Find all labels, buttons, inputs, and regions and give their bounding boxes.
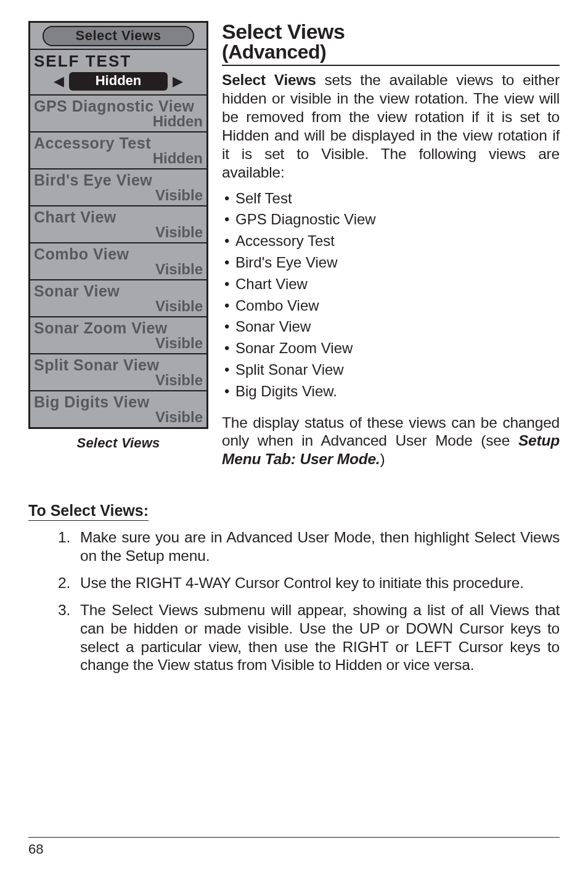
lcd-panel: Select Views SELF TEST ◀ Hidden ▶ GPS Di… xyxy=(28,21,208,429)
note-pre: The display status of these views can be… xyxy=(222,414,560,449)
list-item: Bird's Eye View xyxy=(222,252,560,274)
lcd-row[interactable]: Combo View Visible xyxy=(30,242,206,279)
lcd-row[interactable]: Accessory Test Hidden xyxy=(30,131,206,168)
list-item: Chart View xyxy=(222,274,560,295)
procedure-steps: Make sure you are in Advanced User Mode,… xyxy=(28,528,560,674)
page-footer: 68 xyxy=(28,837,560,857)
procedure-section: To Select Views: Make sure you are in Ad… xyxy=(28,502,560,674)
lcd-row[interactable]: Sonar View Visible xyxy=(30,279,206,316)
lcd-row[interactable]: GPS Diagnostic View Hidden xyxy=(30,94,206,131)
lcd-row-value: Visible xyxy=(34,187,203,204)
lcd-column: Select Views SELF TEST ◀ Hidden ▶ GPS Di… xyxy=(28,21,208,468)
lcd-row-value: Visible xyxy=(34,409,203,426)
arrow-right-icon[interactable]: ▶ xyxy=(173,75,183,88)
lcd-row[interactable]: Split Sonar View Visible xyxy=(30,353,206,390)
lcd-selected-value[interactable]: Hidden xyxy=(69,72,168,91)
lcd-selected-label: SELF TEST xyxy=(34,52,203,71)
heading-rule xyxy=(222,65,560,66)
procedure-heading: To Select Views: xyxy=(28,502,149,521)
section-heading: Select Views (Advanced) xyxy=(222,21,560,62)
arrow-left-icon[interactable]: ◀ xyxy=(54,75,64,88)
lcd-row-selected[interactable]: SELF TEST ◀ Hidden ▶ xyxy=(30,49,206,94)
lcd-row-value: Visible xyxy=(34,224,203,241)
lcd-row-value: Hidden xyxy=(34,150,203,167)
step-item: Make sure you are in Advanced User Mode,… xyxy=(58,528,560,565)
text-column: Select Views (Advanced) Select Views set… xyxy=(222,21,560,468)
step-item: Use the RIGHT 4-WAY Cursor Control key t… xyxy=(58,574,560,592)
intro-paragraph: Select Views sets the available views to… xyxy=(222,71,560,181)
lcd-caption: Select Views xyxy=(28,435,208,451)
lcd-row[interactable]: Chart View Visible xyxy=(30,205,206,242)
lcd-row[interactable]: Big Digits View Visible xyxy=(30,390,206,427)
note-paragraph: The display status of these views can be… xyxy=(222,414,560,469)
lcd-row-value: Visible xyxy=(34,372,203,389)
intro-lead: Select Views xyxy=(222,71,316,88)
note-post: ) xyxy=(380,451,385,467)
lcd-row[interactable]: Sonar Zoom View Visible xyxy=(30,316,206,353)
heading-sub: (Advanced) xyxy=(222,42,560,63)
list-item: Self Test xyxy=(222,188,560,210)
list-item: Sonar Zoom View xyxy=(222,338,560,359)
list-item: Big Digits View. xyxy=(222,381,560,402)
list-item: GPS Diagnostic View xyxy=(222,209,560,231)
lcd-row-value: Visible xyxy=(34,335,203,352)
list-item: Accessory Test xyxy=(222,231,560,252)
lcd-row-value: Visible xyxy=(34,261,203,278)
page-number: 68 xyxy=(28,841,43,857)
views-list: Self Test GPS Diagnostic View Accessory … xyxy=(222,188,560,402)
list-item: Combo View xyxy=(222,295,560,317)
lcd-title: Select Views xyxy=(43,26,194,46)
step-item: The Select Views submenu will appear, sh… xyxy=(58,601,560,675)
lcd-row-value: Hidden xyxy=(34,113,203,130)
list-item: Sonar View xyxy=(222,316,560,338)
heading-main: Select Views xyxy=(222,20,345,43)
list-item: Split Sonar View xyxy=(222,359,560,381)
lcd-row[interactable]: Bird's Eye View Visible xyxy=(30,168,206,205)
lcd-row-value: Visible xyxy=(34,298,203,315)
